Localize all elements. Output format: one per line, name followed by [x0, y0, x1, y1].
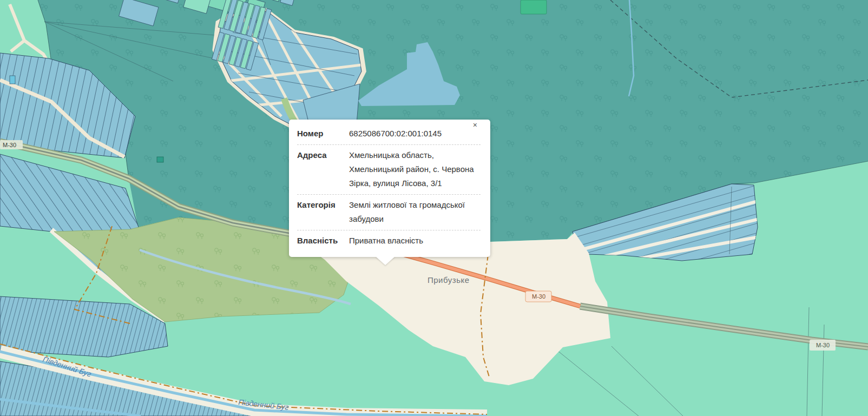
row-value: Приватна власність [349, 234, 481, 248]
table-row-number: Номер 6825086700:02:001:0145 [297, 123, 481, 145]
popup-tail-pointer [376, 256, 395, 265]
row-label: Адреса [297, 148, 349, 190]
row-value: Землі житлової та громадської забудови [349, 198, 481, 226]
row-value: 6825086700:02:001:0145 [349, 127, 481, 141]
village-name-label: Прибузьке [428, 275, 470, 285]
row-label: Власність [297, 234, 349, 248]
road-label-m30-west: М-30 [3, 142, 16, 148]
parcel-info-popup: × Номер 6825086700:02:001:0145 Адреса Хм… [289, 120, 490, 257]
green-patch [521, 0, 547, 14]
parcel-info-table: Номер 6825086700:02:001:0145 Адреса Хмел… [289, 120, 490, 257]
map-application: М-30 М-30 М-30 Прибузьке Південний Буг П… [0, 0, 868, 416]
row-label: Номер [297, 127, 349, 141]
close-icon[interactable]: × [473, 121, 477, 129]
row-label: Категорія [297, 198, 349, 226]
table-row-category: Категорія Землі житлової та громадської … [297, 195, 481, 230]
road-label-m30-east: М-30 [816, 342, 830, 348]
row-value: Хмельницька область, Хмельницький район,… [349, 148, 481, 190]
road-label-m30-mid: М-30 [532, 293, 545, 300]
table-row-address: Адреса Хмельницька область, Хмельницький… [297, 145, 481, 195]
road-marker [157, 157, 163, 162]
table-row-ownership: Власність Приватна власність [297, 230, 481, 252]
